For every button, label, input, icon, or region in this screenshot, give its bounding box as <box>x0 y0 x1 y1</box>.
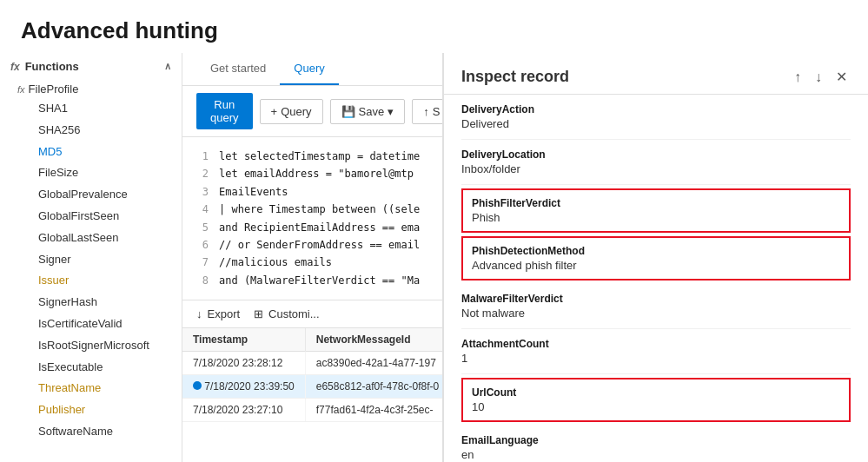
cell-network-id: e658c812-af0f-478c-0f8f-0 <box>305 375 442 399</box>
inspect-field-urlcount: UrlCount10 <box>461 378 851 422</box>
tree-child-globallastseen[interactable]: GlobalLastSeen <box>31 228 182 249</box>
inspect-header: Inspect record ↑ ↓ ✕ <box>444 53 868 95</box>
app-header: Advanced hunting <box>0 0 868 53</box>
functions-section-header[interactable]: fx Functions ∧ <box>0 53 182 80</box>
plus-icon: + <box>271 105 278 118</box>
field-value: Delivered <box>461 117 851 130</box>
field-label: EmailLanguage <box>461 434 851 446</box>
query-editor[interactable]: 1 let selectedTimestamp = datetime2 let … <box>182 137 442 300</box>
inspect-field-phishfilterverdict: PhishFilterVerdictPhish <box>461 188 851 233</box>
inspect-field-emaillanguage: EmailLanguageen <box>461 426 851 462</box>
line-number: 6 <box>196 236 209 254</box>
field-label: AttachmentCount <box>461 338 851 350</box>
customize-button[interactable]: ⊞ Customi... <box>254 307 320 320</box>
tree-child-isrootsignermicrosoft[interactable]: IsRootSignerMicrosoft <box>31 335 182 357</box>
share-icon: ↑ <box>423 105 429 118</box>
field-value: 10 <box>472 400 840 413</box>
field-label: PhishDetectionMethod <box>472 245 840 257</box>
line-number: 2 <box>196 165 209 182</box>
save-icon: 💾 <box>341 105 355 118</box>
tree-child-filesize[interactable]: FileSize <box>31 162 182 184</box>
tree-child-signerhash[interactable]: SignerHash <box>31 292 182 314</box>
tree-child-globalprevalence[interactable]: GlobalPrevalence <box>31 184 182 206</box>
inspect-field-phishdetectionmethod: PhishDetectionMethodAdvanced phish filte… <box>461 236 851 280</box>
field-value: Phish <box>472 211 840 224</box>
tree-child-issuer[interactable]: Issuer <box>31 270 182 292</box>
functions-label: Functions <box>25 60 79 73</box>
line-number: 5 <box>196 219 209 236</box>
sidebar: fx Functions ∧ fx FileProfile SHA1SHA256… <box>0 53 182 462</box>
code-text: and (MalwareFilterVerdict == "Ma <box>219 272 420 289</box>
tree-children: SHA1SHA256MD5FileSizeGlobalPrevalenceGlo… <box>7 98 182 443</box>
save-chevron: ▾ <box>388 105 394 118</box>
fx-icon: fx <box>10 61 20 73</box>
code-text: let emailAddress = "bamorel@mtp <box>219 165 414 182</box>
code-text: | where Timestamp between ((sele <box>219 201 420 218</box>
field-label: PhishFilterVerdict <box>472 197 840 209</box>
save-button[interactable]: 💾 Save ▾ <box>330 99 406 124</box>
customize-icon: ⊞ <box>254 307 263 320</box>
tree-child-publisher[interactable]: Publisher <box>31 399 182 421</box>
fx-label: fx <box>17 84 25 95</box>
line-number: 3 <box>196 183 209 201</box>
code-line-5: 5 and RecipientEmailAddress == ema <box>196 219 428 236</box>
results-table: Timestamp NetworkMessageId 7/18/2020 23:… <box>182 328 442 422</box>
tree-child-sha256[interactable]: SHA256 <box>31 120 182 142</box>
tree-child-signer[interactable]: Signer <box>31 249 182 271</box>
results-toolbar: ↓ Export ⊞ Customi... <box>182 300 442 328</box>
file-profile-parent[interactable]: fx FileProfile <box>7 80 182 98</box>
code-text: let selectedTimestamp = datetime <box>219 148 420 165</box>
tree-child-globalfirstseen[interactable]: GlobalFirstSeen <box>31 206 182 228</box>
tab-get-started[interactable]: Get started <box>196 53 280 85</box>
field-label: DeliveryLocation <box>461 148 851 161</box>
code-line-8: 8 and (MalwareFilterVerdict == "Ma <box>196 272 428 289</box>
table-row[interactable]: 7/18/2020 23:39:50e658c812-af0f-478c-0f8… <box>182 375 442 399</box>
export-button[interactable]: ↓ Export <box>196 307 240 320</box>
content-area: Get started Query Run query + Query 💾 Sa… <box>182 53 442 462</box>
inspect-nav-up[interactable]: ↑ <box>791 68 805 87</box>
file-profile-group: fx FileProfile SHA1SHA256MD5FileSizeGlob… <box>0 80 182 443</box>
tree-child-sha1[interactable]: SHA1 <box>31 98 182 120</box>
inspect-field-attachmentcount: AttachmentCount1 <box>461 329 851 374</box>
inspect-body: DeliveryActionDeliveredDeliveryLocationI… <box>444 95 868 462</box>
line-number: 4 <box>196 201 209 218</box>
tree-child-softwarename[interactable]: SoftwareName <box>31 421 182 443</box>
line-number: 7 <box>196 254 209 271</box>
tree-child-isexecutable[interactable]: IsExecutable <box>31 357 182 379</box>
field-value: en <box>461 448 851 461</box>
share-button[interactable]: ↑ S <box>412 99 442 124</box>
new-button[interactable]: + Query <box>260 99 323 124</box>
code-line-2: 2 let emailAddress = "bamorel@mtp <box>196 165 428 182</box>
field-label: UrlCount <box>472 386 840 399</box>
table-row[interactable]: 7/18/2020 23:27:10f77fad61-4f2a-4c3f-25e… <box>182 399 442 422</box>
inspect-close-button[interactable]: ✕ <box>832 67 851 87</box>
run-query-button[interactable]: Run query <box>196 93 253 129</box>
code-text: and RecipientEmailAddress == ema <box>219 219 420 236</box>
cell-timestamp: 7/18/2020 23:39:50 <box>182 375 305 399</box>
inspect-field-deliveryaction: DeliveryActionDelivered <box>461 95 851 140</box>
tree-child-threatname[interactable]: ThreatName <box>31 378 182 399</box>
field-value: Inbox/folder <box>461 162 851 175</box>
code-line-7: 7 //malicious emails <box>196 254 428 271</box>
cell-network-id: f77fad61-4f2a-4c3f-25ec- <box>305 399 442 422</box>
inspect-title: Inspect record <box>461 68 569 86</box>
code-line-6: 6 // or SenderFromAddress == email <box>196 236 428 254</box>
table-header-row: Timestamp NetworkMessageId <box>182 328 442 352</box>
export-label: Export <box>208 307 241 320</box>
tree-child-md5[interactable]: MD5 <box>31 142 182 163</box>
field-label: MalwareFilterVerdict <box>461 293 851 305</box>
inspect-nav-down[interactable]: ↓ <box>812 68 825 87</box>
field-label: DeliveryAction <box>461 103 851 116</box>
table-row[interactable]: 7/18/2020 23:28:12ac8390ed-42a1-4a77-197 <box>182 352 442 375</box>
inspect-nav: ↑ ↓ ✕ <box>791 67 851 87</box>
field-value: 1 <box>461 352 851 365</box>
tree-child-iscertificatevalid[interactable]: IsCertificateValid <box>31 314 182 335</box>
line-number: 8 <box>196 272 209 289</box>
code-text: // or SenderFromAddress == email <box>219 236 420 254</box>
file-profile-label: FileProfile <box>29 82 79 96</box>
main-layout: fx Functions ∧ fx FileProfile SHA1SHA256… <box>0 53 868 462</box>
field-value: Advanced phish filter <box>472 259 840 272</box>
code-line-4: 4 | where Timestamp between ((sele <box>196 201 428 218</box>
inspect-field-deliverylocation: DeliveryLocationInbox/folder <box>461 140 851 185</box>
tab-query[interactable]: Query <box>280 53 338 85</box>
